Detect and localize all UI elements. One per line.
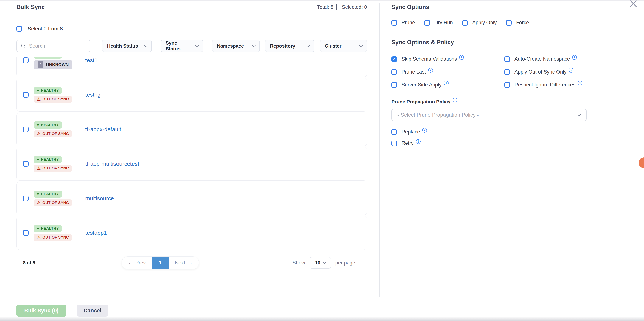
chevron-down-icon — [306, 44, 310, 47]
info-icon[interactable]: i — [453, 98, 457, 102]
app-name-link[interactable]: test1 — [85, 58, 98, 64]
row-checkbox[interactable] — [23, 58, 28, 63]
health-status-badge: ♥HEALTHY — [34, 225, 62, 232]
app-name-link[interactable]: testapp1 — [85, 230, 107, 236]
sync-status-badge: ⚠OUT OF SYNC — [34, 130, 72, 137]
filter-cluster[interactable]: Cluster — [320, 40, 367, 52]
search-input[interactable] — [29, 43, 86, 49]
warning-icon: ⚠ — [37, 166, 41, 170]
sync-policy-heading: Sync Options & Policy — [392, 39, 633, 46]
info-icon[interactable]: i — [422, 128, 427, 132]
info-icon[interactable]: i — [572, 55, 577, 60]
sync-options-row: Prune Dry Run Apply Only Force — [392, 20, 633, 26]
app-row: ♥HEALTHY ⚠OUT OF SYNC tf-app-multisource… — [16, 147, 367, 181]
health-status-badge: ♥HEALTHY — [34, 87, 62, 94]
dry-run-checkbox[interactable] — [424, 20, 430, 26]
app-name-link[interactable]: testhg — [85, 92, 100, 98]
window-top-edge — [0, 0, 644, 1]
dialog-title: Bulk Sync — [16, 4, 45, 10]
health-status-badge: ♥HEALTHY — [34, 156, 62, 163]
row-checkbox[interactable] — [23, 230, 28, 236]
select-all-checkbox[interactable] — [16, 26, 22, 32]
option-replace: Replace i — [392, 129, 633, 135]
search-icon — [20, 43, 26, 49]
option-apply-out-of-sync-only: Apply Out of Sync Only i — [504, 69, 633, 75]
skip-schema-validations-checkbox[interactable] — [392, 56, 397, 62]
extra-options: Replace i Retry i — [392, 129, 633, 146]
info-icon[interactable]: i — [428, 68, 433, 72]
applications-panel: Bulk Sync Total: 8 Selected: 0 Select 0 … — [16, 4, 367, 269]
totals-separator — [336, 4, 336, 10]
sync-status-badge: ?UNKNOWN — [34, 60, 72, 69]
force-checkbox[interactable] — [506, 20, 512, 26]
info-icon[interactable]: i — [444, 81, 448, 86]
prune-propagation-policy-row: Prune Propagation Policy i — [392, 99, 633, 105]
sync-status-badge: ⚠OUT OF SYNC — [34, 165, 72, 172]
sync-status-badge: ⚠OUT OF SYNC — [34, 199, 72, 206]
prev-page-button[interactable]: ← Prev — [122, 256, 152, 269]
filter-repository[interactable]: Repository — [265, 40, 314, 52]
prune-propagation-policy-select[interactable]: - Select Prune Propagation Policy - — [392, 109, 586, 121]
warning-icon: ⚠ — [37, 235, 41, 240]
sync-policy-grid: Skip Schema Validations i Auto-Create Na… — [392, 56, 633, 88]
prune-checkbox[interactable] — [392, 20, 397, 26]
bulk-sync-button[interactable]: Bulk Sync (0) — [16, 304, 66, 316]
app-name-link[interactable]: tf-app-multisourcetest — [85, 161, 139, 167]
replace-checkbox[interactable] — [392, 129, 397, 135]
row-checkbox[interactable] — [23, 196, 28, 201]
applications-list: ♥HEALTHY ?UNKNOWN test1 ♥HEALTHY ⚠OUT OF… — [16, 58, 367, 251]
option-server-side-apply: Server Side Apply i — [392, 82, 504, 88]
auto-create-namespace-checkbox[interactable] — [504, 56, 510, 62]
page-size-select[interactable]: 10 — [310, 257, 331, 268]
apply-only-checkbox[interactable] — [462, 20, 468, 26]
app-name-link[interactable]: multisource — [85, 195, 114, 202]
sync-options-heading: Sync Options — [392, 4, 633, 10]
page-number-button[interactable]: 1 — [152, 256, 168, 269]
option-dry-run: Dry Run — [424, 20, 453, 26]
heart-icon: ♥ — [37, 123, 39, 127]
app-row: ♥HEALTHY ⚠OUT OF SYNC tf-appx-default — [16, 112, 367, 146]
option-apply-only: Apply Only — [462, 20, 497, 26]
arrow-right-icon: → — [188, 260, 192, 266]
cancel-button[interactable]: Cancel — [77, 304, 108, 316]
info-icon[interactable]: i — [569, 68, 574, 72]
heart-icon: ♥ — [37, 158, 39, 162]
app-row: ♥HEALTHY ⚠OUT OF SYNC testapp1 — [16, 216, 367, 250]
per-page-label: per page — [336, 260, 356, 266]
pagination-controls: ← Prev 1 Next → — [122, 256, 199, 269]
app-name-link[interactable]: tf-appx-default — [85, 126, 121, 132]
info-icon[interactable]: i — [416, 139, 420, 144]
next-page-button[interactable]: Next → — [168, 256, 199, 269]
info-icon[interactable]: i — [578, 81, 582, 86]
respect-ignore-differences-checkbox[interactable] — [504, 82, 510, 88]
warning-icon: ⚠ — [37, 200, 41, 205]
option-respect-ignore-differences: Respect Ignore Differences i — [504, 82, 633, 88]
retry-checkbox[interactable] — [392, 140, 397, 146]
app-row: ♥HEALTHY ?UNKNOWN test1 — [16, 58, 367, 77]
prune-last-checkbox[interactable] — [392, 69, 397, 75]
totals-summary: Total: 8 Selected: 0 — [317, 4, 367, 10]
app-row: ♥HEALTHY ⚠OUT OF SYNC testhg — [16, 78, 367, 112]
option-force: Force — [506, 20, 529, 26]
apply-out-of-sync-only-checkbox[interactable] — [504, 69, 510, 75]
chevron-down-icon — [323, 261, 326, 264]
chevron-down-icon — [144, 44, 147, 47]
option-auto-create-namespace: Auto-Create Namespace i — [504, 56, 633, 62]
filter-namespace[interactable]: Namespace — [212, 40, 260, 52]
row-checkbox[interactable] — [23, 161, 28, 167]
row-checkbox[interactable] — [23, 92, 28, 98]
row-checkbox[interactable] — [23, 126, 28, 132]
filter-health-status[interactable]: Health Status — [102, 40, 152, 52]
server-side-apply-checkbox[interactable] — [392, 82, 397, 88]
warning-icon: ⚠ — [37, 97, 41, 101]
chevron-down-icon — [359, 44, 362, 47]
option-prune-last: Prune Last i — [392, 69, 504, 75]
show-label: Show — [292, 260, 305, 266]
option-skip-schema-validations: Skip Schema Validations i — [392, 56, 504, 62]
chevron-down-icon — [252, 44, 255, 47]
option-retry: Retry i — [392, 140, 633, 146]
filter-sync-status[interactable]: Sync Status — [161, 40, 203, 52]
info-icon[interactable]: i — [459, 55, 464, 60]
selected-count: Selected: 0 — [342, 4, 367, 10]
select-all-row: Select 0 from 8 — [16, 26, 367, 32]
